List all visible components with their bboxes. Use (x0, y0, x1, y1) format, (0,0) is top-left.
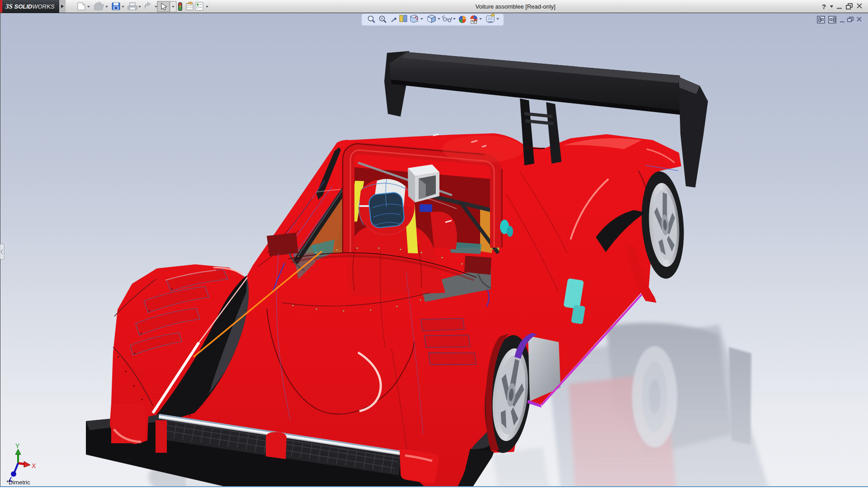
svg-text:?: ? (822, 3, 826, 10)
svg-text:Y: Y (15, 442, 20, 450)
svg-text:X: X (32, 462, 36, 469)
